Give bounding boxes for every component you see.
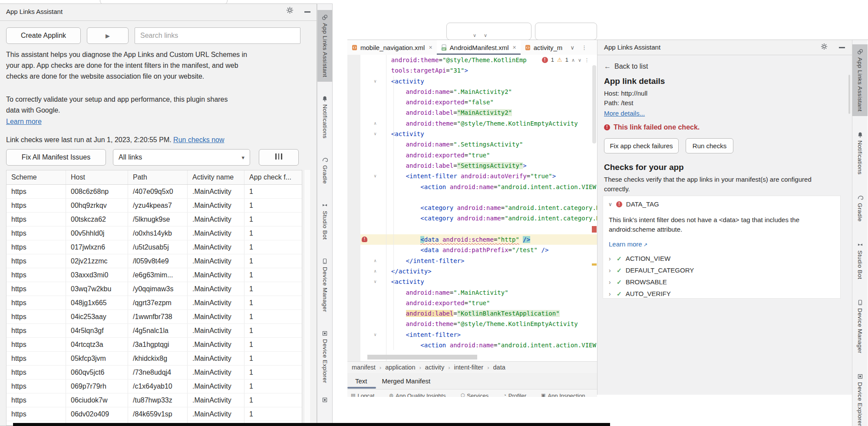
kebab-menu-icon[interactable]: ⋮ xyxy=(578,40,591,55)
bottom-tab-merged-manifest[interactable]: Merged Manifest xyxy=(382,373,431,389)
code-line[interactable]: 18 android:label="MainActivity2" xyxy=(347,107,597,118)
code-line[interactable]: 31 <data android:pathPrefix="/test" /> xyxy=(347,245,597,255)
code-line[interactable]: 27 <category android:name="android.inten… xyxy=(347,203,597,213)
code-line[interactable]: 34∨ <activity xyxy=(347,276,597,287)
code-line[interactable]: 33∧ </activity> xyxy=(347,266,597,276)
editor-horizontal-scrollbar[interactable] xyxy=(367,355,477,359)
learn-more-link[interactable]: Learn more↗ xyxy=(609,240,647,248)
column-header[interactable]: Host xyxy=(66,170,128,184)
code-line[interactable]: 30! <data android:scheme="http" /> xyxy=(347,234,597,245)
fix-app-check-failures-button[interactable]: Fix app check failures xyxy=(604,138,679,153)
table-row[interactable]: https048jg1x665/qgrt37ezpm.MainActivity1 xyxy=(7,296,302,310)
panel-scrollbar[interactable] xyxy=(848,75,850,114)
breadcrumb-item[interactable]: application xyxy=(385,364,415,371)
tool-stripe-item-device-manager[interactable]: Device Manager xyxy=(852,295,868,358)
fold-marker-icon[interactable]: ∧ xyxy=(372,256,379,266)
tool-stripe-item-device-manager[interactable]: Device Manager xyxy=(317,254,332,316)
code-line[interactable]: 22 android:exported="true" xyxy=(347,150,597,160)
code-line[interactable]: 26 xyxy=(347,192,597,203)
code-line[interactable]: 35 android:name=".MainActivity" xyxy=(347,287,597,298)
tool-stripe-item-studio-bot[interactable]: Studio Bot xyxy=(317,198,332,244)
run-checks-now-link[interactable]: Run checks now xyxy=(173,136,224,143)
table-row[interactable]: https008c6z68np/407e09q5x0.MainActivity1 xyxy=(7,185,302,199)
code-line[interactable]: 36 android:exported="true" xyxy=(347,298,597,308)
fold-marker-icon[interactable]: ∨ xyxy=(372,129,379,139)
play-button[interactable]: ▶ xyxy=(87,27,129,44)
fold-marker-icon[interactable]: ∨ xyxy=(372,276,379,287)
code-line[interactable]: 39∨ <intent-filter> xyxy=(347,329,597,340)
tool-window-button-services[interactable]: ⬡Services xyxy=(461,393,488,397)
fold-marker-icon[interactable]: ∨ xyxy=(372,76,379,87)
check-data-tag[interactable]: ∨ ! DATA_TAG xyxy=(608,200,659,208)
table-row[interactable]: https00v5hhld0j/o0xhs14ykb.MainActivity1 xyxy=(7,226,302,240)
code-line[interactable]: 24∨ <intent-filter android:autoVerify="t… xyxy=(347,171,597,181)
tool-stripe-item-device-explorer[interactable]: Device Explorer xyxy=(317,326,332,387)
code-line[interactable]: 25 <action android:name="android.intent.… xyxy=(347,182,597,192)
search-input[interactable] xyxy=(135,27,300,44)
tool-stripe-item-app-links-assistant[interactable]: App Links Assistant xyxy=(317,10,332,82)
code-editor[interactable]: 13 android:theme="@style/Theme.KotlinEmp… xyxy=(347,55,597,361)
code-line[interactable]: 14 tools:targetApi="31"> xyxy=(347,65,597,76)
chevron-down-icon[interactable]: ∨ xyxy=(567,40,578,55)
check-row-browsable[interactable]: ›✓BROWSABLE xyxy=(609,276,836,288)
chevron-right-icon[interactable]: › xyxy=(609,290,613,297)
code-line[interactable]: 28 <category android:name="android.inten… xyxy=(347,213,597,223)
chevron-down-icon[interactable]: ∨ xyxy=(608,201,612,207)
back-to-list-link[interactable]: ←Back to list xyxy=(604,63,648,70)
code-line[interactable]: 13 android:theme="@style/Theme.KotlinEmp… xyxy=(347,55,597,65)
table-row[interactable]: https04r5lqn3gf/4g5nalc1la.MainActivity1 xyxy=(7,324,302,338)
create-applink-button[interactable]: Create Applink xyxy=(6,27,81,44)
tool-stripe-item-notifications[interactable]: Notifications xyxy=(852,127,868,179)
check-row-auto_verify[interactable]: ›✓AUTO_VERIFY xyxy=(609,288,836,300)
gear-icon[interactable] xyxy=(286,7,296,17)
editor-tab-AndroidManifest-xml[interactable]: MFAndroidManifest.xml× xyxy=(437,40,521,55)
close-icon[interactable]: × xyxy=(513,44,516,51)
table-row[interactable]: https03axxd3mi0/e6g63mim....MainActivity… xyxy=(7,268,302,282)
fold-marker-icon[interactable]: ∧ xyxy=(372,266,379,276)
breadcrumb-item[interactable]: activity xyxy=(425,364,444,371)
table-row[interactable]: https02jv21zzmc/l059v8t4e9.MainActivity1 xyxy=(7,254,302,268)
learn-more-link[interactable]: Learn more xyxy=(6,118,42,126)
tool-stripe-item-notifications[interactable]: Notifications xyxy=(317,91,332,143)
column-header[interactable]: Activity name xyxy=(187,170,244,184)
table-row[interactable]: https06dv02o409/84k659v1sp.MainActivity1 xyxy=(7,407,302,421)
links-filter-dropdown[interactable]: All links ▾ xyxy=(113,149,250,166)
editor-tab-mobile_navigation-xml[interactable]: mobile_navigation.xml× xyxy=(347,40,437,55)
code-line[interactable]: 20∨ <activity xyxy=(347,129,597,139)
warning-stripe-mark[interactable] xyxy=(592,263,597,266)
editor-vertical-scrollbar[interactable] xyxy=(592,65,596,143)
table-row[interactable]: https05kfcp3jvm/khidckix8g.MainActivity1 xyxy=(7,352,302,366)
chevron-right-icon[interactable]: › xyxy=(609,255,613,262)
error-stripe-mark[interactable] xyxy=(592,226,597,233)
error-bulb-icon[interactable]: ! xyxy=(362,236,367,242)
next-issue-icon[interactable]: ∨ xyxy=(578,55,581,65)
chevron-right-icon[interactable]: › xyxy=(609,279,613,286)
prev-issue-icon[interactable]: ∧ xyxy=(571,55,575,65)
table-row[interactable]: https069p7r79rh/c1x64yab10.MainActivity1 xyxy=(7,379,302,393)
tool-stripe-item-gradle[interactable]: Gradle xyxy=(852,190,868,226)
minimize-icon[interactable] xyxy=(304,11,310,13)
tool-window-button-logcat[interactable]: ▤Logcat xyxy=(351,393,374,397)
tool-stripe-item-device-explorer[interactable]: Device Explorer xyxy=(852,369,868,426)
tool-stripe-item-gradle[interactable]: Gradle xyxy=(317,152,332,188)
code-line[interactable]: 37 android:label="KotlinBlankTestApplica… xyxy=(347,308,597,319)
table-row[interactable]: https04ic253aay/1wwnfbr738.MainActivity1 xyxy=(7,310,302,324)
column-header[interactable]: App check f... xyxy=(244,170,302,184)
code-line[interactable]: 17 android:exported="false" xyxy=(347,97,597,107)
column-header[interactable]: Path xyxy=(128,170,187,184)
minimize-icon[interactable] xyxy=(839,47,845,48)
table-row[interactable]: https017jwlxzn6/u5t2usab5j.MainActivity1 xyxy=(7,240,302,254)
code-line[interactable]: 40 <action android:name="android.intent.… xyxy=(347,340,597,350)
gear-icon[interactable] xyxy=(821,43,830,53)
check-row-default_category[interactable]: ›✓DEFAULT_CATEGORY xyxy=(609,264,836,276)
table-row[interactable]: https00hq9zrkqv/yzu4kpeas7.MainActivity1 xyxy=(7,199,302,213)
editor-tab-activity_m[interactable]: activity_m xyxy=(521,40,567,55)
code-line[interactable]: 21 android:name=".SettingsActivity" xyxy=(347,139,597,150)
code-line[interactable]: 23 android:label="SettingsActivity"> xyxy=(347,160,597,171)
run-checks-button[interactable]: Run checks xyxy=(686,138,733,153)
code-line[interactable]: 38 android:theme="@style/Theme.KotlinEmp… xyxy=(347,319,597,329)
more-details-link[interactable]: More details... xyxy=(604,110,645,117)
table-row[interactable]: https060qv5jct6/73ne8udqj4.MainActivity1 xyxy=(7,366,302,379)
breadcrumb-item[interactable]: manifest xyxy=(352,364,376,371)
table-row[interactable]: https06ciudok7w/tu87hwp33z.MainActivity1 xyxy=(7,393,302,407)
